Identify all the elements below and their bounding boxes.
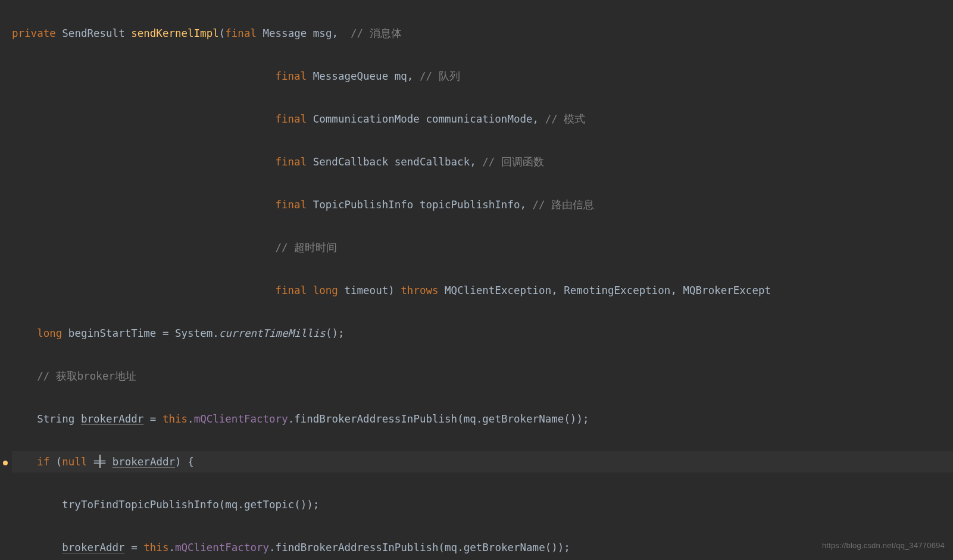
code-line-current: if (null == brokerAddr) { xyxy=(12,451,953,473)
code-editor[interactable]: private SendResult sendKernelImpl(final … xyxy=(0,0,953,560)
code-line: final CommunicationMode communicationMod… xyxy=(12,108,953,130)
code-line: String brokerAddr = this.mQClientFactory… xyxy=(12,408,953,430)
gutter-marker-icon[interactable] xyxy=(3,461,8,465)
code-line: long beginStartTime = System.currentTime… xyxy=(12,323,953,344)
code-line: final MessageQueue mq, // 队列 xyxy=(12,65,953,87)
watermark-text: https://blog.csdn.net/qq_34770694 xyxy=(822,535,945,556)
code-line: tryToFindTopicPublishInfo(mq.getTopic())… xyxy=(12,494,953,515)
code-line: final long timeout) throws MQClientExcep… xyxy=(12,280,953,301)
code-line: // 超时时间 xyxy=(12,237,953,258)
code-line: // 获取broker地址 xyxy=(12,365,953,387)
code-line: final SendCallback sendCallback, // 回调函数 xyxy=(12,151,953,173)
code-line: final TopicPublishInfo topicPublishInfo,… xyxy=(12,194,953,215)
code-line: brokerAddr = this.mQClientFactory.findBr… xyxy=(12,537,953,558)
code-line: private SendResult sendKernelImpl(final … xyxy=(12,23,953,44)
